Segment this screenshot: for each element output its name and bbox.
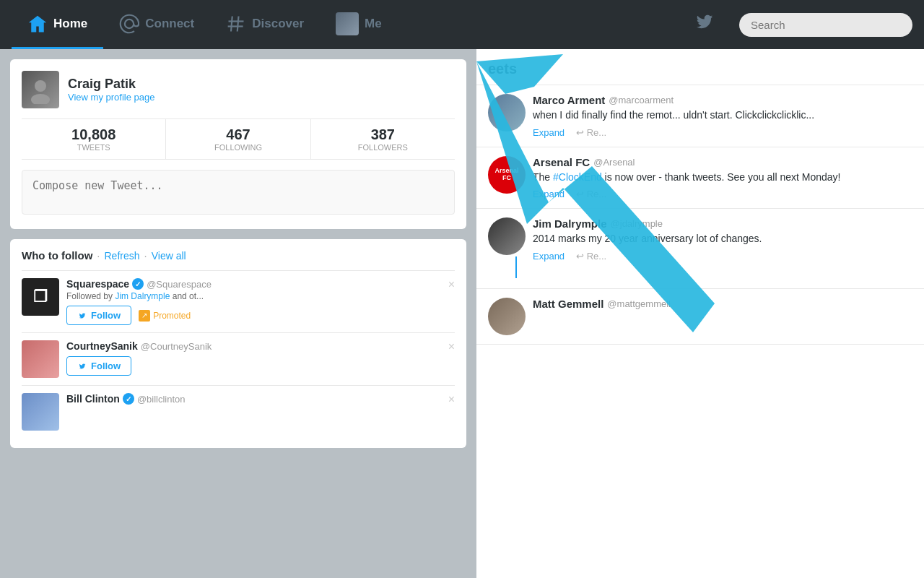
left-panel: Craig Patik View my profile page 10,808 … [0, 49, 476, 578]
tweets-label: TWEETS [27, 143, 160, 152]
squarespace-avatar: ❐ [22, 278, 59, 316]
squarespace-handle: @Squarespace [147, 279, 212, 290]
courtney-name: CourtneySanik [66, 340, 138, 352]
tweet-marco: Marco Arment @marcoarment when I did fin… [476, 85, 924, 147]
billclinton-avatar [22, 393, 59, 431]
view-all-link[interactable]: View all [152, 250, 186, 262]
twitter-follow-icon [77, 311, 87, 321]
follow-item-billclinton: Bill Clinton ✓ @billclinton × [22, 385, 455, 438]
courtney-avatar [22, 340, 59, 378]
twitter-follow-icon-courtney [77, 361, 87, 371]
nav-discover-label: Discover [252, 17, 304, 31]
who-to-follow-card: Who to follow · Refresh · View all ❐ Squ… [10, 239, 466, 448]
svg-point-5 [35, 80, 46, 92]
tweets-header: eets [476, 49, 924, 85]
tweets-header-text: eets [488, 61, 517, 77]
tweet-matt: Matt Gemmell @mattgemmell [476, 289, 924, 345]
followers-stat[interactable]: 387 FOLLOWERS [311, 119, 455, 159]
billclinton-name: Bill Clinton [66, 393, 120, 405]
profile-card: Craig Patik View my profile page 10,808 … [10, 59, 466, 229]
follow-button-squarespace[interactable]: Follow [66, 306, 131, 325]
jim-body: Jim Dalrymple @jdalrymple 2014 marks my … [533, 217, 912, 280]
profile-link[interactable]: View my profile page [68, 92, 154, 103]
promoted-label: Promoted [153, 311, 191, 321]
main-content: Craig Patik View my profile page 10,808 … [0, 49, 924, 578]
arsenal-avatar: ArsenalFC [488, 156, 526, 194]
matt-avatar [488, 298, 526, 335]
svg-line-2 [237, 16, 239, 31]
clockend-hashtag[interactable]: #ClockEnd [553, 171, 602, 183]
nav-me[interactable]: Me [320, 0, 398, 49]
svg-point-6 [31, 94, 50, 104]
marco-name: Marco Arment [533, 94, 605, 106]
follow-header: Who to follow · Refresh · View all [22, 249, 455, 262]
profile-info: Craig Patik View my profile page [68, 77, 154, 103]
marco-body: Marco Arment @marcoarment when I did fin… [533, 94, 912, 138]
follow-title: Who to follow [22, 249, 92, 262]
follow-label-courtney: Follow [91, 361, 121, 371]
marco-text: when I did finally find the remot... uld… [533, 108, 912, 123]
nav-connect[interactable]: Connect [103, 0, 210, 49]
me-avatar [336, 12, 359, 35]
jim-expand[interactable]: Expand [533, 251, 565, 262]
squarespace-info: Squarespace ✓ @Squarespace Followed by J… [66, 278, 441, 325]
verified-badge-billclinton: ✓ [123, 393, 134, 405]
arsenal-handle: @Arsenal [593, 157, 635, 168]
navbar: Home Connect Discover Me [0, 0, 924, 49]
close-billclinton[interactable]: × [448, 393, 455, 406]
courtney-actions: Follow [66, 356, 441, 376]
arsenal-expand[interactable]: Expand [533, 189, 565, 199]
matt-handle: @mattgemmell [607, 298, 671, 309]
close-courtney[interactable]: × [448, 340, 455, 353]
following-stat[interactable]: 467 FOLLOWING [166, 119, 310, 159]
nav-discover[interactable]: Discover [210, 0, 320, 49]
compose-tweet-input[interactable] [22, 170, 455, 215]
tweet-arsenal: ArsenalFC Arsenal FC @Arsenal The #Clock… [476, 147, 924, 210]
jim-avatar-col [488, 217, 526, 280]
home-icon [27, 14, 48, 34]
marco-reply[interactable]: ↩ Re... [576, 127, 606, 138]
verified-badge-squarespace: ✓ [132, 278, 144, 290]
promoted-badge: ↗ Promoted [139, 310, 191, 322]
profile-top: Craig Patik View my profile page [22, 71, 455, 108]
profile-stats: 10,808 TWEETS 467 FOLLOWING 387 FOLLOWER… [22, 118, 455, 160]
arsenal-reply[interactable]: ↩ Re... [576, 189, 606, 199]
follow-button-courtney[interactable]: Follow [66, 356, 131, 376]
marco-avatar [488, 94, 526, 131]
refresh-link[interactable]: Refresh [104, 250, 139, 262]
billclinton-handle: @billclinton [137, 394, 186, 405]
search-input[interactable] [739, 13, 912, 37]
jim-avatar [488, 217, 526, 255]
follow-item-courtney: CourtneySanik @CourtneySanik Follow × [22, 332, 455, 385]
following-count: 467 [172, 126, 304, 143]
at-icon [119, 14, 139, 34]
tweet-jim: Jim Dalrymple @jdalrymple 2014 marks my … [476, 209, 924, 289]
matt-name: Matt Gemmell [533, 298, 603, 310]
nav-home[interactable]: Home [12, 0, 103, 49]
squarespace-name: Squarespace [66, 278, 129, 290]
matt-body: Matt Gemmell @mattgemmell [533, 298, 912, 335]
jim-name: Jim Dalrymple [533, 217, 607, 230]
avatar-image [22, 71, 59, 108]
jim-dalrymple-link[interactable]: Jim Dalrymple [115, 291, 170, 301]
jim-handle: @jdalrymple [611, 218, 663, 229]
following-label: FOLLOWING [172, 143, 304, 152]
twitter-bird-icon [679, 9, 731, 40]
arsenal-name: Arsenal FC [533, 156, 590, 168]
arsenal-actions: Expand ↩ Re... [533, 189, 912, 199]
close-squarespace[interactable]: × [448, 278, 455, 291]
arsenal-body: Arsenal FC @Arsenal The #ClockEnd is now… [533, 156, 912, 200]
jim-text: 2014 marks my 20 year anniversary lot of… [533, 232, 912, 246]
tweets-stat[interactable]: 10,808 TWEETS [22, 119, 166, 159]
followers-count: 387 [317, 126, 449, 143]
thread-line [515, 256, 517, 278]
nav-connect-label: Connect [145, 17, 194, 31]
squarespace-meta: Followed by Jim Dalrymple and ot... [66, 291, 441, 301]
promoted-icon: ↗ [139, 310, 150, 322]
courtney-info: CourtneySanik @CourtneySanik Follow [66, 340, 441, 376]
marco-expand[interactable]: Expand [533, 127, 565, 138]
jim-reply[interactable]: ↩ Re... [576, 251, 606, 262]
marco-handle: @marcoarment [609, 95, 674, 105]
nav-home-label: Home [53, 17, 87, 31]
marco-actions: Expand ↩ Re... [533, 127, 912, 138]
